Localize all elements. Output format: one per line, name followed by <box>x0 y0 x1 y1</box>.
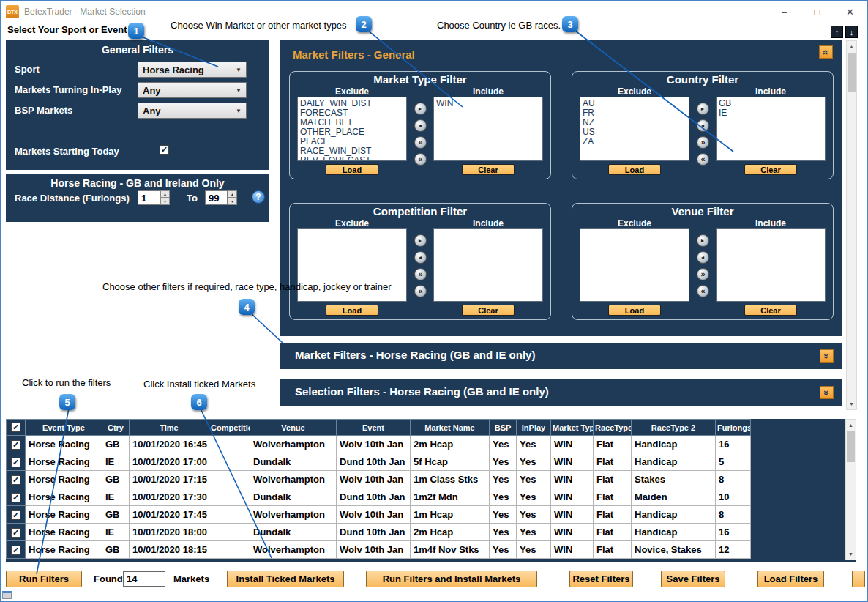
scrollbar-thumb[interactable] <box>848 53 856 92</box>
spin-up-icon[interactable]: ▲ <box>228 190 237 198</box>
move-all-right-button[interactable]: » <box>414 268 427 280</box>
column-header[interactable]: Market Type <box>551 420 594 436</box>
country-include-list[interactable]: GBIE <box>716 97 826 161</box>
move-all-left-button[interactable]: « <box>697 285 709 297</box>
market-type-load-button[interactable]: Load <box>326 164 378 175</box>
column-header[interactable]: Event <box>337 420 411 436</box>
venue-load-button[interactable]: Load <box>608 305 661 316</box>
row-checkbox[interactable]: ✓ <box>11 510 20 520</box>
row-checkbox[interactable]: ✓ <box>11 475 20 485</box>
column-header[interactable]: Ctry <box>102 420 130 436</box>
column-header[interactable]: RaceType 2 <box>632 420 716 436</box>
venue-include-list[interactable] <box>716 228 826 302</box>
distance-to-spinner[interactable]: ▲ ▼ <box>228 190 237 205</box>
list-item[interactable]: IE <box>719 108 825 118</box>
column-header[interactable]: Competition <box>209 420 250 436</box>
starting-today-checkbox[interactable]: ✓ <box>160 145 169 155</box>
list-item[interactable]: REV_FORECAST <box>300 156 406 161</box>
scrollbar-thumb[interactable] <box>847 431 855 462</box>
row-checkbox[interactable]: ✓ <box>11 528 20 538</box>
expand-section-button[interactable]: » <box>820 349 834 363</box>
move-all-left-button[interactable]: « <box>697 153 709 166</box>
competition-load-button[interactable]: Load <box>326 305 378 316</box>
save-filters-button[interactable]: Save Filters <box>661 571 725 587</box>
bsp-dropdown[interactable]: Any ▼ <box>138 103 247 119</box>
distance-to-input[interactable] <box>205 190 228 205</box>
list-item[interactable]: WIN <box>436 99 542 108</box>
market-type-include-list[interactable]: WIN <box>433 97 543 161</box>
list-item[interactable]: US <box>583 127 689 137</box>
competition-clear-button[interactable]: Clear <box>462 305 515 316</box>
scroll-down-icon[interactable]: ▼ <box>846 549 856 560</box>
distance-from-input[interactable] <box>138 190 160 205</box>
country-exclude-list[interactable]: AUFRNZUSZA <box>580 97 689 161</box>
row-checkbox[interactable]: ✓ <box>11 458 20 467</box>
scroll-up-icon[interactable]: ▲ <box>847 41 856 52</box>
row-checkbox[interactable]: ✓ <box>11 440 20 450</box>
move-all-right-button[interactable]: » <box>697 268 709 280</box>
list-item[interactable]: NZ <box>583 118 689 127</box>
reset-filters-button[interactable]: Reset Filters <box>569 571 633 587</box>
spin-down-icon[interactable]: ▼ <box>228 198 237 205</box>
country-clear-button[interactable]: Clear <box>744 164 797 175</box>
maximize-button[interactable]: □ <box>801 1 834 22</box>
section-selection-filters-horse[interactable]: Selection Filters - Horse Racing (GB and… <box>280 379 842 406</box>
column-header[interactable]: RaceType 1 <box>594 420 632 436</box>
move-right-button[interactable]: ► <box>697 234 709 247</box>
move-right-button[interactable]: ► <box>414 234 427 247</box>
move-right-button[interactable]: ► <box>697 103 709 115</box>
load-filters-button[interactable]: Load Filters <box>757 571 824 587</box>
country-load-button[interactable]: Load <box>608 164 661 175</box>
column-header[interactable]: InPlay <box>517 420 551 436</box>
column-header[interactable]: Event Type <box>26 420 102 436</box>
expand-section-button[interactable]: » <box>820 386 834 399</box>
list-item[interactable]: AU <box>583 99 689 108</box>
list-item[interactable]: FR <box>583 108 689 118</box>
venue-exclude-list[interactable] <box>580 228 689 302</box>
move-left-button[interactable]: ◄ <box>414 119 427 132</box>
column-header[interactable]: BSP <box>490 420 517 436</box>
competition-include-list[interactable] <box>433 228 543 302</box>
minimize-button[interactable]: – <box>768 1 801 22</box>
sport-dropdown[interactable]: Horse Racing ▼ <box>138 62 247 78</box>
column-header[interactable]: Venue <box>250 420 337 436</box>
market-type-clear-button[interactable]: Clear <box>462 164 515 175</box>
move-all-right-button[interactable]: » <box>414 136 427 149</box>
run-filters-and-install-button[interactable]: Run Filters and Install Markets <box>366 571 537 587</box>
market-type-exclude-list[interactable]: DAILY_WIN_DISTFORECASTMATCH_BETOTHER_PLA… <box>297 97 407 161</box>
distance-from-spinner[interactable]: ▲ ▼ <box>160 190 170 205</box>
move-left-button[interactable]: ◄ <box>414 251 427 264</box>
column-header[interactable]: Furlongs <box>716 420 751 436</box>
run-filters-button[interactable]: Run Filters <box>6 571 82 587</box>
move-left-button[interactable]: ◄ <box>697 119 709 132</box>
column-header[interactable]: Time <box>130 420 209 436</box>
scroll-up-icon[interactable]: ▲ <box>846 420 856 431</box>
inplay-dropdown[interactable]: Any ▼ <box>138 82 247 98</box>
move-left-button[interactable]: ◄ <box>697 251 709 264</box>
move-all-right-button[interactable]: » <box>697 136 709 149</box>
spin-up-icon[interactable]: ▲ <box>160 190 170 198</box>
move-right-button[interactable]: ► <box>414 103 427 115</box>
found-count-input[interactable] <box>123 571 165 587</box>
spin-down-icon[interactable]: ▼ <box>160 198 170 205</box>
filters-scrollbar[interactable]: ▲ ▼ <box>846 40 857 410</box>
collapse-section-button[interactable]: « <box>819 45 833 59</box>
column-header[interactable]: Market Name <box>411 420 490 436</box>
row-checkbox[interactable]: ✓ <box>11 546 20 555</box>
list-item[interactable]: GB <box>719 99 825 108</box>
help-button[interactable]: ? <box>252 190 265 204</box>
scroll-page-up-button[interactable]: ↑ <box>831 26 843 38</box>
partial-edge-button[interactable] <box>852 571 865 587</box>
move-all-left-button[interactable]: « <box>414 285 427 297</box>
venue-clear-button[interactable]: Clear <box>744 305 797 316</box>
close-button[interactable]: ✕ <box>834 1 867 22</box>
table-scrollbar[interactable]: ▲ ▼ <box>845 419 856 560</box>
install-ticked-markets-button[interactable]: Install Ticked Markets <box>227 571 344 587</box>
scroll-down-icon[interactable]: ▼ <box>847 398 856 409</box>
move-all-left-button[interactable]: « <box>414 153 427 166</box>
section-market-filters-horse[interactable]: Market Filters - Horse Racing (GB and IE… <box>280 343 842 369</box>
scroll-page-down-button[interactable]: ↓ <box>845 26 858 38</box>
select-all-checkbox[interactable]: ✓ <box>11 423 20 432</box>
list-item[interactable]: ZA <box>583 137 689 146</box>
row-checkbox[interactable]: ✓ <box>11 493 20 502</box>
